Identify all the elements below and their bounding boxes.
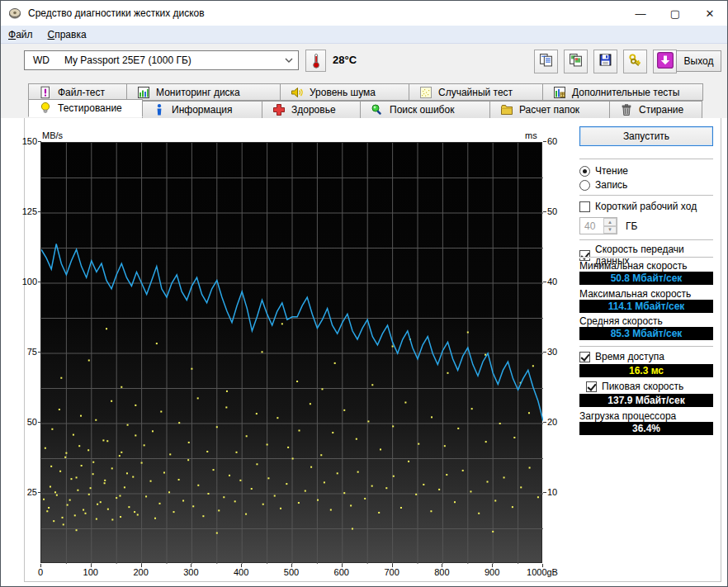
y-left-tick-label: 100 [16, 277, 37, 286]
y-right-unit: ms [525, 130, 537, 140]
chart-plot [40, 142, 542, 563]
x-axis-tick-label: 600 [320, 567, 363, 577]
x-axis-tick-label: 500 [270, 567, 313, 577]
copy-image-button[interactable] [564, 50, 588, 73]
app-icon [8, 7, 21, 20]
max-speed-value: 114.1 Мбайт/сек [579, 300, 713, 313]
maximize-button[interactable]: ▢ [658, 1, 693, 26]
tab-random-test[interactable]: Случайный тест [409, 83, 543, 101]
temperature-button[interactable] [305, 50, 326, 72]
access-time-checkbox[interactable] [579, 352, 590, 362]
y-left-tick-label: 50 [16, 417, 37, 427]
transfer-rate-checkbox[interactable] [579, 250, 590, 261]
tab-label: Тестирование [58, 102, 122, 114]
burst-rate-value: 137.9 Мбайт/сек [579, 394, 713, 407]
folders-icon [500, 103, 513, 116]
y-right-tick-label: 40 [547, 277, 557, 286]
short-stroke-label: Короткий рабочий ход [595, 201, 697, 212]
tab-noise-level[interactable]: Уровень шума [280, 83, 409, 101]
exit-button[interactable]: Выход [676, 50, 721, 72]
tab-erase[interactable]: Стирание [609, 101, 702, 119]
read-radio[interactable] [579, 166, 590, 177]
access-time-label: Время доступа [595, 351, 664, 362]
y-right-tick-label: 60 [547, 136, 557, 146]
copy-image-icon [569, 53, 583, 70]
tab-label: Стирание [639, 104, 683, 116]
file-test-icon [39, 86, 52, 99]
y-right-tick-label: 10 [547, 487, 557, 497]
min-speed-value: 50.8 Мбайт/сек [579, 272, 713, 285]
noise-icon [291, 86, 304, 99]
tab-extra-tests[interactable]: Дополнительные тесты [542, 83, 703, 101]
bulb-icon [39, 102, 52, 115]
tab-label: Дополнительные тесты [572, 87, 679, 98]
y-left-tick-label: 125 [16, 206, 37, 216]
temperature-value: 28°C [333, 54, 357, 66]
access-time-row: Время доступа [579, 351, 664, 362]
menu-item-help[interactable]: Справка [40, 29, 94, 40]
write-radio[interactable] [579, 180, 590, 191]
app-window: Средство диагностики жестких дисков — ▢ … [0, 0, 728, 587]
y-left-unit: MB/s [42, 130, 63, 140]
tab-information[interactable]: Информация [142, 101, 262, 119]
error-scan-icon [371, 103, 384, 116]
read-mode-row: Чтение [579, 165, 628, 177]
x-axis-tick-label: 200 [120, 567, 163, 577]
y-left-tick-label: 25 [16, 487, 37, 497]
menu-item-file[interactable]: Файл [1, 29, 40, 40]
separator [579, 195, 713, 196]
x-axis-tick-label: 800 [420, 567, 463, 577]
capacity-unit-label: ГБ [626, 220, 637, 232]
cpu-usage-label: Загрузка процессора [579, 410, 676, 422]
tab-testing[interactable]: Тестирование [28, 99, 143, 117]
cpu-usage-value: 36.4% [579, 422, 713, 435]
update-button[interactable] [653, 50, 677, 73]
tab-page-testing: MB/s ms 15012510075502560504030201001002… [24, 118, 721, 582]
drive-select[interactable]: WD My Passport 25E7 (1000 ГБ) [24, 50, 299, 70]
read-radio-label: Чтение [595, 165, 628, 177]
y-left-tick-label: 75 [16, 347, 37, 357]
tab-label: Информация [172, 104, 232, 116]
drive-brand: WD [33, 54, 64, 66]
start-button[interactable]: Запустить [579, 126, 713, 146]
tab-label: Расчет папок [519, 104, 579, 116]
window-title: Средство диагностики жестких дисков [28, 7, 205, 19]
short-stroke-checkbox[interactable] [579, 201, 590, 212]
x-axis-tick-label: 700 [371, 567, 414, 577]
x-axis-tick-label: 1000gB [521, 567, 564, 577]
y-right-tick-label: 30 [547, 347, 557, 357]
tab-file-test[interactable]: Файл-тест [28, 83, 127, 101]
tab-label: Мониторинг диска [156, 87, 240, 98]
avg-speed-value: 85.3 Мбайт/сек [579, 327, 713, 340]
spin-down-button[interactable]: ▼ [603, 226, 617, 234]
y-left-tick-label: 150 [16, 136, 37, 146]
options-keys-button[interactable] [623, 50, 647, 73]
toolbar-buttons [534, 50, 677, 73]
tab-folder-usage[interactable]: Расчет папок [489, 101, 610, 119]
tab-health[interactable]: Здоровье [262, 101, 361, 119]
tab-label: Случайный тест [438, 87, 513, 98]
tab-disk-monitor[interactable]: Мониторинг диска [126, 83, 281, 101]
minimize-button[interactable]: — [623, 1, 658, 26]
burst-rate-label: Пиковая скорость [602, 381, 683, 392]
close-button[interactable]: ✕ [693, 1, 727, 26]
x-axis-tick-label: 100 [69, 567, 112, 577]
tab-label: Поиск ошибок [390, 104, 454, 116]
thermometer-icon [310, 53, 323, 69]
tab-strip: Файл-тестМониторинг дискаУровень шумаСлу… [1, 81, 727, 118]
copy-text-button[interactable] [534, 50, 558, 73]
burst-rate-checkbox[interactable] [586, 381, 597, 392]
x-axis-tick-label: 0 [19, 567, 62, 577]
max-speed-label: Максимальная скорость [579, 288, 691, 300]
separator [579, 346, 713, 348]
save-button[interactable] [593, 50, 617, 73]
update-arrow-icon [657, 52, 674, 72]
burst-rate-row: Пиковая скорость [586, 381, 683, 392]
tab-error-scan[interactable]: Поиск ошибок [360, 101, 490, 119]
drive-model: My Passport 25E7 (1000 ГБ) [64, 54, 280, 66]
spin-up-button[interactable]: ▲ [603, 218, 617, 226]
write-radio-label: Запись [595, 179, 627, 191]
min-speed-label: Минимальная скорость [579, 260, 688, 272]
separator [579, 159, 713, 160]
avg-speed-label: Средняя скорость [579, 315, 663, 327]
